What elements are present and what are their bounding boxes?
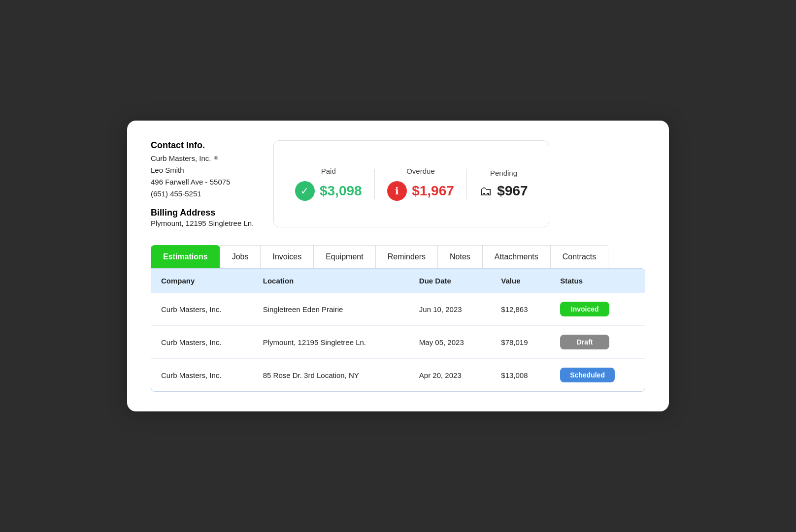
pending-summary: Pending 🗂 $967 [479, 169, 528, 199]
table-row[interactable]: Curb Masters, Inc.85 Rose Dr. 3rd Locati… [151, 359, 645, 392]
tab-estimations[interactable]: Estimations [151, 245, 220, 268]
pending-value: $967 [497, 183, 528, 199]
location-cell: Plymount, 12195 Singletree Ln. [253, 326, 409, 359]
divider-1 [374, 169, 375, 199]
tab-jobs[interactable]: Jobs [220, 245, 261, 268]
tab-invoices[interactable]: Invoices [260, 245, 314, 268]
tab-reminders[interactable]: Reminders [375, 245, 438, 268]
status-badge: Draft [560, 335, 609, 349]
table-row[interactable]: Curb Masters, Inc.Plymount, 12195 Single… [151, 326, 645, 359]
tabs-bar: EstimationsJobsInvoicesEquipmentReminder… [151, 245, 645, 268]
paid-summary: Paid ✓ $3,098 [295, 167, 362, 201]
contact-phone: (651) 455-5251 [151, 188, 254, 200]
status-badge: Scheduled [560, 368, 615, 382]
status-badge: Invoiced [560, 302, 609, 316]
main-card: Contact Info. Curb Masters, Inc. ® Leo S… [127, 121, 669, 411]
status-cell: Draft [550, 326, 645, 359]
paid-label: Paid [321, 167, 336, 175]
location-cell: Singletreen Eden Prairie [253, 293, 409, 326]
billing-title: Billing Address [151, 208, 254, 218]
top-section: Contact Info. Curb Masters, Inc. ® Leo S… [151, 140, 645, 227]
col-header-location: Location [253, 269, 409, 293]
value-cell: $13,008 [491, 359, 550, 392]
table-body: Curb Masters, Inc.Singletreen Eden Prair… [151, 293, 645, 391]
due-date-cell: Jun 10, 2023 [409, 293, 491, 326]
overdue-icon: ℹ [387, 181, 407, 201]
col-header-value: Value [491, 269, 550, 293]
overdue-label: Overdue [406, 167, 435, 175]
tab-equipment[interactable]: Equipment [313, 245, 376, 268]
overdue-inner: ℹ $1,967 [387, 181, 454, 201]
contact-billing-section: Contact Info. Curb Masters, Inc. ® Leo S… [151, 140, 254, 227]
summary-box: Paid ✓ $3,098 Overdue ℹ $1,967 Pending 🗂 [273, 140, 549, 227]
company-cell: Curb Masters, Inc. [151, 293, 253, 326]
due-date-cell: Apr 20, 2023 [409, 359, 491, 392]
overdue-value: $1,967 [412, 183, 454, 199]
due-date-cell: May 05, 2023 [409, 326, 491, 359]
paid-icon: ✓ [295, 181, 315, 201]
value-cell: $78,019 [491, 326, 550, 359]
col-header-due-date: Due Date [409, 269, 491, 293]
company-name: Curb Masters, Inc. ® [151, 153, 254, 164]
tab-notes[interactable]: Notes [437, 245, 483, 268]
tab-attachments[interactable]: Attachments [482, 245, 551, 268]
pending-inner: 🗂 $967 [479, 183, 528, 199]
company-cell: Curb Masters, Inc. [151, 359, 253, 392]
paid-value: $3,098 [320, 183, 362, 199]
status-cell: Invoiced [550, 293, 645, 326]
tab-contracts[interactable]: Contracts [550, 245, 608, 268]
estimations-table: CompanyLocationDue DateValueStatus Curb … [151, 269, 645, 391]
table-row[interactable]: Curb Masters, Inc.Singletreen Eden Prair… [151, 293, 645, 326]
billing-address: Plymount, 12195 Singletree Ln. [151, 219, 254, 227]
paid-inner: ✓ $3,098 [295, 181, 362, 201]
contact-person: Leo Smith [151, 164, 254, 176]
value-cell: $12,863 [491, 293, 550, 326]
company-cell: Curb Masters, Inc. [151, 326, 253, 359]
registered-symbol: ® [214, 154, 218, 163]
contact-info: Contact Info. Curb Masters, Inc. ® Leo S… [151, 140, 254, 200]
col-header-status: Status [550, 269, 645, 293]
divider-2 [466, 169, 467, 199]
contact-info-title: Contact Info. [151, 140, 254, 151]
pending-icon: 🗂 [479, 184, 492, 199]
contact-address: 496 Farwell Ave - 55075 [151, 176, 254, 188]
location-cell: 85 Rose Dr. 3rd Location, NY [253, 359, 409, 392]
status-cell: Scheduled [550, 359, 645, 392]
col-header-company: Company [151, 269, 253, 293]
billing-section: Billing Address Plymount, 12195 Singletr… [151, 208, 254, 227]
estimations-table-wrapper: CompanyLocationDue DateValueStatus Curb … [151, 268, 645, 392]
pending-label: Pending [490, 169, 517, 177]
table-header: CompanyLocationDue DateValueStatus [151, 269, 645, 293]
overdue-summary: Overdue ℹ $1,967 [387, 167, 454, 201]
